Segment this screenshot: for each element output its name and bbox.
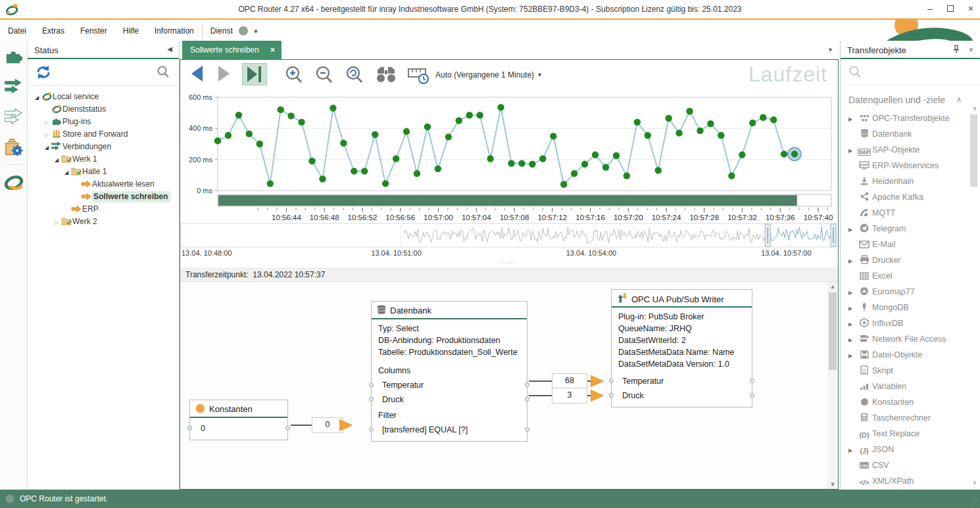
history-overview-strip[interactable]: 13.04. 10:48:0013.04. 10:51:0013.04. 10:…: [180, 223, 838, 262]
plugins-icon[interactable]: [0, 41, 28, 71]
tree-item-sollwerte-schreiben[interactable]: Sollwerte schreiben: [28, 191, 179, 203]
input-port[interactable]: [369, 397, 374, 402]
runtime-chart[interactable]: 0 ms200 ms400 ms600 ms10:56:4410:56:4810…: [180, 91, 838, 222]
expander-icon[interactable]: ▶: [848, 443, 856, 459]
find-binoculars-button[interactable]: [376, 65, 396, 83]
tab-close-icon[interactable]: ×: [270, 45, 275, 55]
expander-icon[interactable]: ▶: [848, 112, 856, 127]
connection-line[interactable]: [291, 425, 312, 426]
expander-icon[interactable]: ▶: [848, 317, 856, 333]
transfer-item-telegram[interactable]: ▶Telegram: [841, 221, 980, 237]
tab-sollwerte-schreiben[interactable]: Sollwerte schreiben ×: [182, 41, 282, 59]
transfer-item-opc-transferobjekte[interactable]: ▶OPC-Transferobjekte: [841, 110, 980, 126]
port-row[interactable]: 0: [190, 421, 287, 436]
tree-expander-icon[interactable]: ▷: [53, 216, 61, 229]
port-row[interactable]: Druck: [612, 388, 752, 403]
tree-item-erp[interactable]: ERP: [28, 203, 179, 216]
output-port[interactable]: [525, 397, 529, 402]
tree-item-dienststatus[interactable]: Dienststatus: [28, 103, 179, 116]
tab-list-chevron-icon[interactable]: ▼: [827, 47, 833, 53]
expander-icon[interactable]: ▶: [848, 333, 856, 348]
transfer-item-e-mail[interactable]: E-Mail: [841, 237, 980, 252]
tree-item-verbindungen[interactable]: ◢Verbindungen: [28, 141, 179, 153]
transfer-item-datei-objekte[interactable]: ▶Datei-Objekte: [841, 347, 980, 363]
transfer-item-heidenhain[interactable]: Heidenhain: [841, 173, 980, 189]
tree-item-werk-1[interactable]: ◢Werk 1: [28, 153, 179, 166]
input-port[interactable]: [609, 379, 614, 383]
collapse-panel-icon[interactable]: ◀: [167, 45, 172, 53]
maximize-button[interactable]: [947, 3, 954, 14]
transfer-item-json[interactable]: ▶{J}JSON: [841, 442, 980, 457]
panel-scrollbar[interactable]: ∧ ∨: [969, 105, 979, 486]
templates-icon[interactable]: [0, 101, 28, 131]
input-port[interactable]: [187, 426, 192, 430]
output-port[interactable]: [285, 426, 290, 430]
tree-item-local-service[interactable]: ◢Local service: [28, 91, 179, 103]
refresh-icon[interactable]: [36, 65, 51, 81]
tree-item-plug-ins[interactable]: ▷Plug-ins: [28, 116, 179, 128]
transfer-search[interactable]: [841, 59, 980, 85]
input-port[interactable]: [369, 382, 374, 387]
zoom-in-button[interactable]: [284, 65, 304, 85]
port-row[interactable]: Temperatur: [372, 378, 527, 392]
zoom-reset-button[interactable]: [345, 65, 364, 85]
tree-item-halle-1[interactable]: ◢Halle 1: [28, 166, 179, 178]
menu-fenster[interactable]: Fenster: [72, 21, 115, 41]
go-to-latest-button[interactable]: [242, 63, 267, 85]
tree-item-aktualwerte-lesen[interactable]: Aktualwerte lesen: [28, 178, 179, 191]
splitter-handle[interactable]: ·····: [180, 261, 838, 267]
node-konstanten[interactable]: Konstanten0: [189, 400, 288, 440]
transfer-item-datenbank[interactable]: Datenbank: [841, 126, 980, 142]
menu-dienst[interactable]: Dienst ▼: [203, 21, 267, 41]
node-datenbank[interactable]: DatenbankTyp: SelectDB-Anbindung: Produk…: [371, 301, 527, 442]
transfer-item-sap-objekte[interactable]: ▶SAPSAP-Objekte: [841, 142, 980, 158]
history-back-button[interactable]: [189, 65, 204, 82]
transfer-item-taschenrechner[interactable]: Taschenrechner: [841, 410, 980, 426]
history-forward-button[interactable]: [217, 65, 232, 82]
pin-icon[interactable]: [952, 45, 960, 56]
tree-expander-icon[interactable]: ◢: [33, 91, 41, 104]
tree-expander-icon[interactable]: ▷: [43, 129, 51, 141]
connection-value[interactable]: 0: [312, 417, 343, 433]
close-button[interactable]: ×: [968, 3, 973, 14]
menu-information[interactable]: Information: [147, 21, 202, 41]
port-row[interactable]: [transferred] EQUAL [?]: [372, 423, 527, 437]
expander-icon[interactable]: ▶: [848, 301, 856, 317]
transfer-item-euromap77[interactable]: ▶Euromap77: [841, 284, 980, 300]
transfer-item-konstanten[interactable]: Konstanten: [841, 394, 980, 410]
menu-extras[interactable]: Extras: [34, 21, 72, 41]
minimize-button[interactable]: –: [927, 3, 933, 14]
connection-line[interactable]: [529, 395, 552, 396]
transfer-item-mongodb[interactable]: ▶MongoDB: [841, 300, 980, 315]
section-datenquellen[interactable]: Datenquellen und -ziele ∧: [841, 85, 980, 110]
expander-icon[interactable]: ▶: [848, 222, 856, 238]
search-icon[interactable]: [157, 65, 170, 80]
connection-line[interactable]: [529, 381, 552, 382]
menu-datei[interactable]: Datei: [0, 21, 34, 41]
tree-expander-icon[interactable]: ◢: [43, 141, 51, 154]
panel-close-icon[interactable]: ×: [968, 45, 973, 55]
scrollbar-thumb[interactable]: [829, 292, 837, 370]
expander-icon[interactable]: ▶: [848, 285, 856, 301]
store-settings-icon[interactable]: [0, 131, 28, 162]
transfer-item-variablen[interactable]: Variablen: [841, 379, 980, 394]
time-range-dropdown[interactable]: Auto (Vergangene 1 Minute) ▼: [435, 70, 543, 80]
zoom-out-button[interactable]: [314, 65, 334, 85]
inray-logo-icon[interactable]: [0, 168, 28, 198]
tree-item-werk-2[interactable]: ▷Werk 2: [28, 216, 179, 228]
transfer-item-influxdb[interactable]: ▶InfluxDB: [841, 315, 980, 331]
tree-expander-icon[interactable]: ◢: [62, 166, 70, 179]
node-opcua-writer[interactable]: OPC UA Pub/Sub WriterPlug-in: PubSub Bro…: [611, 289, 752, 407]
expander-icon[interactable]: ▶: [848, 254, 856, 269]
transfer-item-mqtt[interactable]: MQTT: [841, 205, 980, 221]
input-port[interactable]: [609, 393, 614, 398]
tree-expander-icon[interactable]: ▷: [43, 116, 51, 129]
transfer-item-xml-xpath[interactable]: </>XML/XPath: [841, 473, 980, 489]
output-port[interactable]: [750, 379, 754, 383]
output-port[interactable]: [750, 393, 754, 398]
transfer-item-apache-kafka[interactable]: Apache Kafka: [841, 189, 980, 205]
diagram-vertical-scrollbar[interactable]: ▲ ▼: [827, 282, 838, 489]
output-port[interactable]: [525, 382, 529, 387]
connections-icon[interactable]: [0, 71, 28, 101]
transfer-item-excel[interactable]: Excel: [841, 268, 980, 284]
